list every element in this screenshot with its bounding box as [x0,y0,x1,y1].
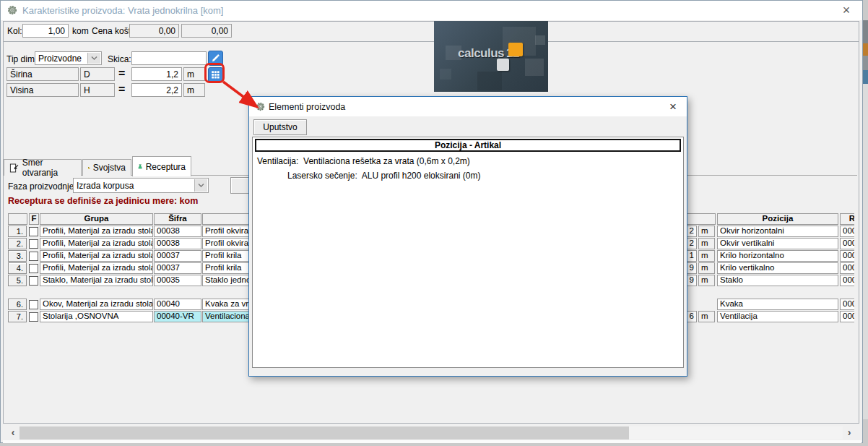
cell-grupa[interactable]: Profili, Materijal za izradu stolarije [40,238,153,249]
tab-label: Smer otvaranja [22,158,76,178]
cell-pozicija[interactable]: Krilo vertikalno [717,262,838,274]
cell-grupa[interactable]: Profili, Materijal za izradu stolarije [40,226,153,237]
cell-r[interactable]: 000 [840,275,854,286]
recipe-flask-icon [138,161,143,172]
tab-smer-otvaranja[interactable]: Smer otvaranja [4,159,82,176]
row-number-button[interactable]: 6. [8,299,27,310]
cell-grupa[interactable]: Okov, Materijal za izradu stolarije [40,299,153,310]
cell-unit: m [698,311,715,322]
tab-svojstva[interactable]: Svojstva [82,159,131,176]
row-number-button[interactable]: 3. [8,250,27,262]
cell-pozicija[interactable]: Staklo [717,275,838,286]
elementi-proizvoda-dialog: Elementi proizvoda × Uputstvo Pozicija -… [248,96,687,377]
tip-dim-combobox[interactable]: Proizvodne [35,51,102,65]
faza-value: Izrada korpusa [77,181,134,191]
visina-value-input[interactable]: 2,2 [131,83,182,97]
scroll-right-icon[interactable]: › [843,426,856,439]
sirina-unit-field: m [183,67,205,81]
cell-unit: m [698,250,715,262]
annotation-arrow [213,72,271,123]
logo-square-decor [535,35,545,45]
visina-name-field: Visina [6,83,79,97]
horizontal-scrollbar[interactable]: ‹ › [6,426,856,439]
dialog-close-icon[interactable]: × [662,98,684,115]
faza-combobox[interactable]: Izrada korpusa [73,178,209,193]
sirina-name-field: Širina [6,67,79,81]
cell-sifra[interactable]: 00038 [154,238,201,249]
cell-grupa[interactable]: Profili, Materijal za izradu stolarije [40,250,153,262]
row-checkbox[interactable] [29,252,38,261]
cena-kost-label: Cena košt: [92,26,133,36]
sirina-value-input[interactable]: 1,2 [131,67,182,81]
row-checkbox[interactable] [29,276,38,286]
cell-grupa[interactable]: Stolarija ,OSNOVNA [40,311,153,322]
cell-pozicija[interactable]: Ventilacija [717,311,838,322]
direction-icon [9,163,19,173]
cell-r[interactable]: 000 [840,238,854,249]
scrollbar-thumb[interactable] [19,426,629,439]
row-checkbox[interactable] [29,264,38,273]
skica-label: Skica: [108,54,131,64]
cell-r[interactable]: 000 [840,250,854,262]
row-checkbox[interactable] [29,239,38,249]
cell-unit: m [698,262,715,274]
cell-pozicija[interactable]: Krilo horizontalno [717,250,838,262]
receptura-note: Receptura se definiše za jedinicu mere: … [8,196,198,206]
gear-icon [6,4,18,16]
cena-kost-field-1: 0,00 [129,24,179,38]
cell-pozicija[interactable]: Kvaka [717,299,838,310]
visina-unit-field: m [183,83,205,97]
header-r: R [840,213,854,225]
header-blank [8,213,27,225]
header-f: F [29,213,39,225]
visina-code-field: H [80,83,115,97]
cell-unit: m [698,226,715,237]
chevron-down-icon[interactable] [194,179,207,192]
cell-sifra[interactable]: 00038 [154,226,201,237]
cena-kost-field-2: 0,00 [181,24,232,38]
cell-grupa[interactable]: Staklo, Materijal za izradu stolarije [40,275,153,286]
logo-orange-square [508,43,523,56]
cell-sifra[interactable]: 00037 [154,262,201,274]
cell-sifra[interactable]: 00040-VR [154,311,201,322]
skica-input[interactable] [131,51,207,65]
row-number-button[interactable]: 2. [8,238,27,249]
row-checkbox[interactable] [29,300,38,309]
cell-sifra[interactable]: 00040 [154,299,201,310]
logo-square-decor [525,59,544,76]
row-number-button[interactable]: 5. [8,275,27,286]
cell-sifra[interactable]: 00037 [154,250,201,262]
row-checkbox[interactable] [29,312,38,322]
dialog-list-item: Lasersko sečenje: ALU profil h200 eloksi… [287,171,480,181]
window-bottom-margin [3,440,862,443]
dialog-list-header: Pozicija - Artikal [255,139,681,152]
cell-sifra[interactable]: 00035 [154,275,201,286]
cell-r[interactable]: 000 [840,311,854,322]
close-icon[interactable]: × [835,2,858,19]
tab-label: Svojstva [93,163,126,173]
cell-pozicija[interactable]: Okvir vertikalni [717,238,838,249]
row-number-button[interactable]: 1. [8,226,27,237]
window-title: Karakteristike proizvoda: Vrata jednokri… [22,5,223,16]
cell-pozicija[interactable]: Okvir horizontalni [717,226,838,237]
cell-grupa[interactable]: Profili, Materijal za izradu stolarije [40,262,153,274]
tip-dim-value: Proizvodne [38,53,82,64]
row-number-button[interactable]: 4. [8,262,27,274]
tab-receptura[interactable]: Receptura [132,156,191,176]
cell-r[interactable]: 000 [840,262,854,274]
kol-input[interactable]: 1,00 [22,24,69,38]
header-grupa: Grupa [40,213,153,225]
row-checkbox[interactable] [29,227,38,236]
cell-r[interactable]: 000 [840,226,854,237]
row-number-button[interactable]: 7. [8,311,27,322]
window-titlebar: Karakteristike proizvoda: Vrata jednokri… [1,1,862,20]
cell-unit: m [698,275,715,286]
tip-dim-label: Tip dim: [6,54,37,64]
kol-unit-label: kom [72,26,89,36]
visina-equals: = [118,83,125,96]
background-window-edge [863,56,868,70]
screen: Karakteristike proizvoda: Vrata jednokri… [0,0,868,446]
scroll-left-icon[interactable]: ‹ [6,426,19,439]
chevron-down-icon[interactable] [87,53,100,64]
cell-r[interactable]: 000 [840,299,854,310]
